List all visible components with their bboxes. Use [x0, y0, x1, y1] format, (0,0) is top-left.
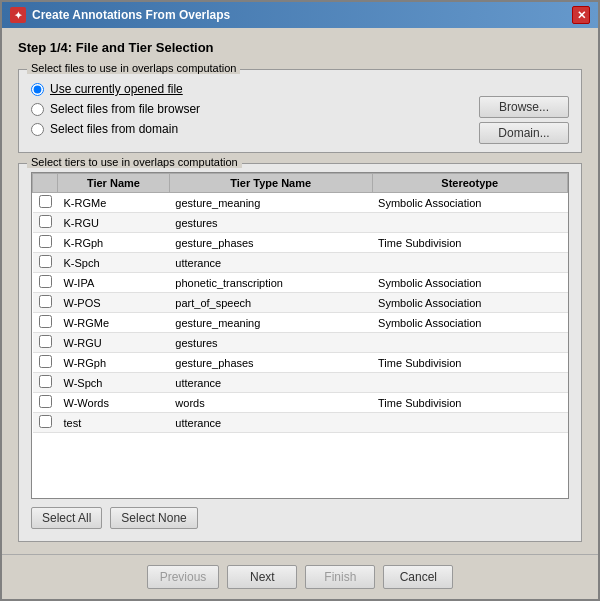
table-row: testutterance [33, 413, 568, 433]
row-checkbox[interactable] [39, 275, 52, 288]
app-icon: ✦ [10, 7, 26, 23]
main-window: ✦ Create Annotations From Overlaps ✕ Ste… [0, 0, 600, 601]
cell-tier-name: K-RGMe [58, 193, 170, 213]
file-group-box: Select files to use in overlaps computat… [18, 69, 582, 153]
row-checkbox[interactable] [39, 295, 52, 308]
cell-stereotype: Symbolic Association [372, 293, 567, 313]
radio-domain[interactable] [31, 123, 44, 136]
radio-label-domain[interactable]: Select files from domain [50, 122, 178, 136]
col-checkbox [33, 174, 58, 193]
cell-stereotype [372, 373, 567, 393]
radio-row-current: Use currently opened file [31, 82, 479, 96]
select-all-button[interactable]: Select All [31, 507, 102, 529]
tier-table-container[interactable]: Tier Name Tier Type Name Stereotype K-RG… [31, 172, 569, 499]
content-area: Step 1/4: File and Tier Selection Select… [2, 28, 598, 554]
row-checkbox-cell [33, 273, 58, 293]
previous-button[interactable]: Previous [147, 565, 220, 589]
title-bar: ✦ Create Annotations From Overlaps ✕ [2, 2, 598, 28]
cell-tier-type: part_of_speech [169, 293, 372, 313]
table-row: W-RGphgesture_phasesTime Subdivision [33, 353, 568, 373]
cell-stereotype [372, 333, 567, 353]
cell-tier-type: utterance [169, 253, 372, 273]
table-row: W-Spchutterance [33, 373, 568, 393]
tier-group: Select tiers to use in overlaps computat… [18, 163, 582, 542]
cell-tier-type: utterance [169, 373, 372, 393]
next-button[interactable]: Next [227, 565, 297, 589]
row-checkbox[interactable] [39, 215, 52, 228]
cell-tier-name: K-RGph [58, 233, 170, 253]
table-row: W-POSpart_of_speechSymbolic Association [33, 293, 568, 313]
cell-tier-name: W-POS [58, 293, 170, 313]
table-row: K-RGMegesture_meaningSymbolic Associatio… [33, 193, 568, 213]
cell-stereotype [372, 253, 567, 273]
cell-tier-name: K-RGU [58, 213, 170, 233]
table-row: W-IPAphonetic_transcriptionSymbolic Asso… [33, 273, 568, 293]
cell-tier-type: words [169, 393, 372, 413]
row-checkbox-cell [33, 293, 58, 313]
table-row: K-RGUgestures [33, 213, 568, 233]
finish-button[interactable]: Finish [305, 565, 375, 589]
close-button[interactable]: ✕ [572, 6, 590, 24]
row-checkbox[interactable] [39, 195, 52, 208]
cell-tier-name: K-Spch [58, 253, 170, 273]
cell-stereotype: Symbolic Association [372, 193, 567, 213]
cell-stereotype [372, 213, 567, 233]
bottom-bar: Previous Next Finish Cancel [2, 554, 598, 599]
file-group-title: Select files to use in overlaps computat… [27, 62, 240, 74]
row-checkbox[interactable] [39, 375, 52, 388]
row-checkbox[interactable] [39, 255, 52, 268]
select-buttons: Select All Select None [31, 507, 569, 529]
row-checkbox-cell [33, 193, 58, 213]
table-header-row: Tier Name Tier Type Name Stereotype [33, 174, 568, 193]
table-row: K-RGphgesture_phasesTime Subdivision [33, 233, 568, 253]
domain-button[interactable]: Domain... [479, 122, 569, 144]
radio-section: Use currently opened file Select files f… [31, 78, 479, 136]
row-checkbox-cell [33, 253, 58, 273]
cell-tier-name: W-Words [58, 393, 170, 413]
radio-group: Use currently opened file Select files f… [31, 82, 479, 136]
cell-tier-name: test [58, 413, 170, 433]
radio-row-browser: Select files from file browser [31, 102, 479, 116]
cell-stereotype: Symbolic Association [372, 313, 567, 333]
row-checkbox[interactable] [39, 395, 52, 408]
table-row: W-WordswordsTime Subdivision [33, 393, 568, 413]
row-checkbox-cell [33, 393, 58, 413]
cell-tier-name: W-RGph [58, 353, 170, 373]
radio-label-current[interactable]: Use currently opened file [50, 82, 183, 96]
row-checkbox[interactable] [39, 415, 52, 428]
cell-tier-type: phonetic_transcription [169, 273, 372, 293]
row-checkbox[interactable] [39, 335, 52, 348]
cancel-button[interactable]: Cancel [383, 565, 453, 589]
cell-tier-type: gesture_meaning [169, 313, 372, 333]
cell-stereotype: Symbolic Association [372, 273, 567, 293]
row-checkbox[interactable] [39, 355, 52, 368]
tier-group-title: Select tiers to use in overlaps computat… [27, 156, 242, 168]
tier-table: Tier Name Tier Type Name Stereotype K-RG… [32, 173, 568, 433]
table-row: W-RGUgestures [33, 333, 568, 353]
cell-tier-type: gestures [169, 333, 372, 353]
cell-tier-name: W-IPA [58, 273, 170, 293]
cell-tier-type: gesture_meaning [169, 193, 372, 213]
radio-browser[interactable] [31, 103, 44, 116]
table-row: W-RGMegesture_meaningSymbolic Associatio… [33, 313, 568, 333]
table-row: K-Spchutterance [33, 253, 568, 273]
cell-stereotype: Time Subdivision [372, 233, 567, 253]
radio-current[interactable] [31, 83, 44, 96]
cell-tier-type: utterance [169, 413, 372, 433]
cell-tier-type: gesture_phases [169, 233, 372, 253]
col-stereotype: Stereotype [372, 174, 567, 193]
cell-tier-name: W-Spch [58, 373, 170, 393]
cell-stereotype: Time Subdivision [372, 353, 567, 373]
select-none-button[interactable]: Select None [110, 507, 197, 529]
col-tier-name: Tier Name [58, 174, 170, 193]
browse-button[interactable]: Browse... [479, 96, 569, 118]
window-title: Create Annotations From Overlaps [32, 8, 230, 22]
row-checkbox-cell [33, 233, 58, 253]
row-checkbox[interactable] [39, 315, 52, 328]
cell-tier-type: gestures [169, 213, 372, 233]
row-checkbox-cell [33, 213, 58, 233]
step-label: Step 1/4: File and Tier Selection [18, 40, 582, 55]
radio-label-browser[interactable]: Select files from file browser [50, 102, 200, 116]
col-tier-type: Tier Type Name [169, 174, 372, 193]
row-checkbox[interactable] [39, 235, 52, 248]
